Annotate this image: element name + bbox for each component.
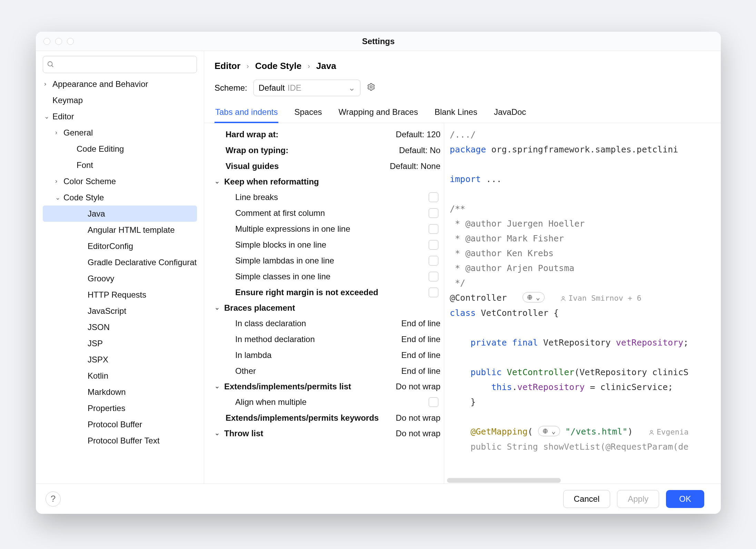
row-simple-lambdas-in-one-line: Simple lambdas in one line <box>215 253 444 269</box>
chevron-right-icon: › <box>308 62 310 70</box>
options-panel: Hard wrap at:Default: 120Wrap on typing:… <box>204 123 444 483</box>
gear-icon[interactable] <box>367 82 376 93</box>
section-throw[interactable]: ⌄Throw list Do not wrap <box>215 426 444 441</box>
ok-button[interactable]: OK <box>666 490 704 508</box>
sidebar-item-editorconfig[interactable]: EditorConfig <box>36 238 204 254</box>
checkbox[interactable] <box>429 192 438 202</box>
sidebar-item-label: Groovy <box>88 274 114 283</box>
globe-icon[interactable]: ⌄ <box>538 426 560 436</box>
sidebar-item-code-editing[interactable]: Code Editing <box>36 141 204 157</box>
sidebar-item-protocol-buffer-text[interactable]: Protocol Buffer Text <box>36 432 204 449</box>
sidebar-item-label: Properties <box>88 403 125 413</box>
sidebar-item-json[interactable]: JSON <box>36 319 204 335</box>
chevron-right-icon: › <box>44 80 52 88</box>
tab-wrapping-and-braces[interactable]: Wrapping and Braces <box>338 102 419 123</box>
sidebar-item-jsp[interactable]: JSP <box>36 335 204 351</box>
row-simple-blocks-in-one-line: Simple blocks in one line <box>215 237 444 253</box>
checkbox[interactable] <box>429 240 438 250</box>
sidebar-item-label: JSP <box>88 339 103 348</box>
chevron-down-icon: ⌄ <box>348 83 355 93</box>
cancel-button[interactable]: Cancel <box>563 490 610 508</box>
tab-blank-lines[interactable]: Blank Lines <box>434 102 478 123</box>
section-extends[interactable]: ⌄Extends/implements/permits list Do not … <box>215 379 444 394</box>
code-preview: /.../ package org.springframework.sample… <box>444 123 721 483</box>
row-in-class-declaration: In class declarationEnd of line <box>215 316 444 331</box>
tab-bar: Tabs and indentsSpacesWrapping and Brace… <box>204 102 721 123</box>
svg-line-1 <box>52 66 53 67</box>
checkbox[interactable] <box>429 208 438 218</box>
sidebar-item-http-requests[interactable]: HTTP Requests <box>36 287 204 303</box>
sidebar-item-groovy[interactable]: Groovy <box>36 270 204 287</box>
help-button[interactable]: ? <box>46 491 61 507</box>
sidebar-item-properties[interactable]: Properties <box>36 400 204 416</box>
zoom-icon[interactable] <box>67 38 74 45</box>
title-bar: Settings <box>36 32 721 51</box>
sidebar-item-code-style[interactable]: ⌄Code Style <box>36 189 204 206</box>
sidebar-item-java[interactable]: Java <box>43 206 197 222</box>
chevron-right-icon: › <box>55 178 63 185</box>
row-wrap-on-typing-: Wrap on typing:Default: No <box>215 142 444 158</box>
sidebar-item-label: Appearance and Behavior <box>52 79 148 89</box>
svg-point-2 <box>370 86 372 88</box>
sidebar-item-protocol-buffer[interactable]: Protocol Buffer <box>36 416 204 432</box>
chevron-down-icon: ⌄ <box>44 113 52 120</box>
checkbox-ensure-margin[interactable] <box>429 288 438 297</box>
sidebar-item-color-scheme[interactable]: ›Color Scheme <box>36 173 204 189</box>
sidebar-item-jspx[interactable]: JSPX <box>36 351 204 368</box>
crumb-editor[interactable]: Editor <box>215 61 240 71</box>
settings-tree[interactable]: ›Appearance and BehaviorKeymap⌄Editor›Ge… <box>36 76 204 483</box>
sidebar-item-label: Color Scheme <box>63 177 116 186</box>
svg-point-6 <box>650 430 653 432</box>
sidebar-item-label: EditorConfig <box>88 241 133 251</box>
sidebar-item-angular-html-template[interactable]: Angular HTML template <box>36 222 204 238</box>
section-keep[interactable]: ⌄Keep when reformatting <box>215 174 444 189</box>
tab-spaces[interactable]: Spaces <box>294 102 322 123</box>
row-comment-at-first-column: Comment at first column <box>215 205 444 221</box>
search-field[interactable] <box>43 56 197 73</box>
row-hard-wrap-at-: Hard wrap at:Default: 120 <box>215 127 444 142</box>
sidebar-item-label: Kotlin <box>88 371 108 381</box>
sidebar-item-markdown[interactable]: Markdown <box>36 384 204 400</box>
horizontal-scrollbar[interactable] <box>447 478 561 483</box>
sidebar-item-appearance-and-behavior[interactable]: ›Appearance and Behavior <box>36 76 204 92</box>
sidebar-item-javascript[interactable]: JavaScript <box>36 303 204 319</box>
sidebar-item-label: Markdown <box>88 387 126 397</box>
checkbox[interactable] <box>429 256 438 266</box>
row-line-breaks: Line breaks <box>215 189 444 205</box>
row-simple-classes-in-one-line: Simple classes in one line <box>215 269 444 285</box>
section-braces[interactable]: ⌄Braces placement <box>215 300 444 316</box>
apply-button[interactable]: Apply <box>617 490 659 508</box>
minimize-icon[interactable] <box>55 38 62 45</box>
sidebar-item-label: Protocol Buffer Text <box>88 436 160 446</box>
sidebar-item-label: Keymap <box>52 96 83 105</box>
crumb-codestyle[interactable]: Code Style <box>255 61 301 71</box>
row-multiple-expressions-in-one-line: Multiple expressions in one line <box>215 221 444 237</box>
svg-point-0 <box>48 62 52 66</box>
search-input[interactable] <box>43 56 197 73</box>
row-in-method-declaration: In method declarationEnd of line <box>215 331 444 347</box>
tab-javadoc[interactable]: JavaDoc <box>493 102 527 123</box>
row-align-multiple: Align when multiple <box>215 394 444 410</box>
sidebar-item-gradle-declarative-configurat[interactable]: Gradle Declarative Configurat <box>36 254 204 270</box>
sidebar-item-label: JSON <box>88 322 110 332</box>
checkbox[interactable] <box>429 272 438 281</box>
sidebar-item-kotlin[interactable]: Kotlin <box>36 368 204 384</box>
sidebar-item-label: Java <box>88 209 105 219</box>
svg-point-4 <box>562 297 564 299</box>
sidebar-item-general[interactable]: ›General <box>36 124 204 141</box>
sidebar-item-font[interactable]: Font <box>36 157 204 173</box>
globe-icon[interactable]: ⌄ <box>523 292 545 302</box>
scheme-dropdown[interactable]: DefaultIDE ⌄ <box>253 80 360 96</box>
checkbox-align-multiple[interactable] <box>429 397 438 407</box>
sidebar-item-label: General <box>63 128 93 138</box>
close-icon[interactable] <box>43 38 50 45</box>
sidebar-item-editor[interactable]: ⌄Editor <box>36 108 204 124</box>
sidebar-item-keymap[interactable]: Keymap <box>36 92 204 108</box>
breadcrumb: Editor › Code Style › Java <box>204 51 721 77</box>
chevron-right-icon: › <box>247 62 249 70</box>
sidebar-item-label: Gradle Declarative Configurat <box>88 258 197 267</box>
checkbox[interactable] <box>429 224 438 234</box>
row-extends-keywords: Extends/implements/permits keywords Do n… <box>215 410 444 426</box>
tab-tabs-and-indents[interactable]: Tabs and indents <box>215 102 278 123</box>
sidebar-item-label: Code Style <box>63 193 104 202</box>
